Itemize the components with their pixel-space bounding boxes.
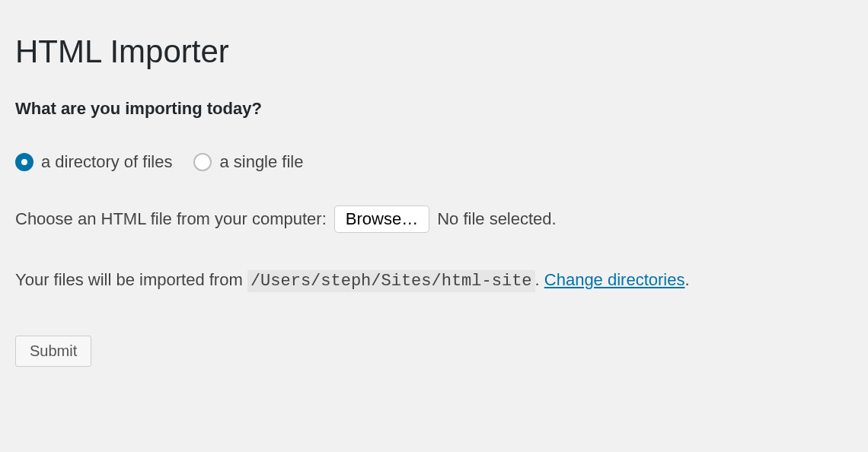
page-title: HTML Importer: [15, 33, 853, 70]
radio-icon: [193, 153, 212, 171]
radio-option-single[interactable]: a single file: [193, 152, 303, 172]
path-suffix: .: [535, 270, 544, 289]
file-chooser-label: Choose an HTML file from your computer:: [15, 209, 327, 229]
radio-label-single: a single file: [219, 152, 303, 172]
no-file-selected: No file selected.: [437, 209, 557, 229]
browse-button[interactable]: Browse…: [334, 205, 429, 233]
change-directories-link[interactable]: Change directories: [544, 270, 685, 289]
file-chooser-row: Choose an HTML file from your computer: …: [15, 205, 853, 233]
radio-icon: [15, 153, 34, 171]
path-prefix: Your files will be imported from: [15, 270, 247, 289]
radio-label-directory: a directory of files: [41, 152, 172, 172]
import-path-row: Your files will be imported from /Users/…: [15, 266, 853, 294]
import-type-radio-group: a directory of files a single file: [15, 152, 853, 172]
import-path-value: /Users/steph/Sites/html-site: [247, 270, 535, 292]
radio-option-directory[interactable]: a directory of files: [15, 152, 172, 172]
import-question: What are you importing today?: [15, 99, 853, 119]
path-end: .: [685, 270, 689, 289]
submit-button[interactable]: Submit: [15, 336, 91, 367]
